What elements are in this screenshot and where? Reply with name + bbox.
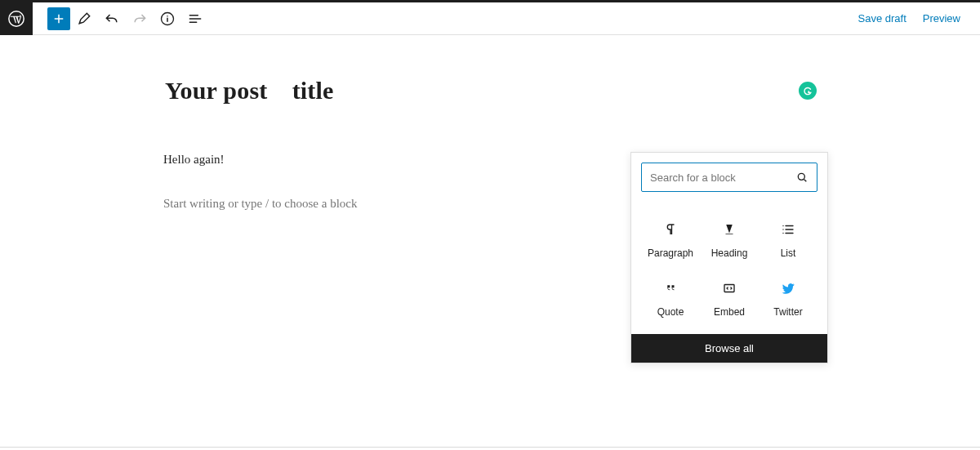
undo-button[interactable] (98, 2, 126, 35)
svg-rect-3 (724, 285, 734, 292)
svg-point-0 (9, 11, 24, 25)
grammarly-icon (802, 85, 813, 96)
list-icon (777, 218, 800, 241)
twitter-icon (777, 277, 800, 300)
editor-canvas: Your post title Hello again! Start writi… (0, 35, 980, 448)
browse-all-button[interactable]: Browse all (631, 334, 827, 363)
block-item-embed[interactable]: Embed (700, 277, 759, 318)
redo-icon (131, 11, 148, 27)
search-input[interactable] (650, 172, 795, 184)
block-item-list[interactable]: List (759, 218, 817, 259)
grammarly-badge[interactable] (799, 82, 817, 100)
info-icon (159, 11, 176, 27)
inserter-search (631, 153, 827, 202)
block-item-label: Twitter (773, 306, 802, 318)
pencil-icon (76, 11, 92, 27)
preview-button[interactable]: Preview (915, 4, 969, 33)
block-item-label: Embed (714, 306, 745, 318)
svg-point-2 (798, 173, 804, 180)
redo-button (126, 2, 154, 35)
block-item-label: Paragraph (648, 247, 693, 259)
search-icon (795, 171, 808, 184)
block-item-paragraph[interactable]: Paragraph (641, 218, 700, 259)
post-editor: Your post title Hello again! Start writi… (163, 35, 817, 212)
block-item-heading[interactable]: Heading (700, 218, 759, 259)
block-item-twitter[interactable]: Twitter (759, 277, 817, 318)
outline-button[interactable] (181, 2, 209, 35)
block-inserter-toggle[interactable] (47, 7, 70, 30)
block-inserter-popover: Paragraph Heading List (630, 152, 828, 363)
inserter-grid: Paragraph Heading List (631, 202, 827, 334)
edit-tool-button[interactable] (70, 2, 98, 35)
block-item-label: Heading (711, 247, 748, 259)
block-item-label: Quote (657, 306, 684, 318)
toolbar-left (0, 2, 209, 35)
paragraph-icon (659, 218, 682, 241)
details-button[interactable] (154, 2, 181, 35)
editor-toolbar: Save draft Preview (0, 2, 980, 35)
post-title[interactable]: Your post title (165, 76, 334, 105)
embed-icon (718, 277, 741, 300)
undo-icon (104, 11, 120, 27)
plus-icon (51, 11, 66, 26)
wordpress-logo[interactable] (0, 2, 33, 35)
block-item-quote[interactable]: Quote (641, 277, 700, 318)
title-row: Your post title (163, 76, 817, 105)
wordpress-icon (7, 10, 25, 28)
save-draft-button[interactable]: Save draft (849, 4, 914, 33)
block-item-label: List (781, 247, 796, 259)
list-view-icon (187, 11, 203, 27)
quote-icon (659, 277, 682, 300)
inserter-search-field[interactable] (641, 163, 817, 192)
heading-icon (718, 218, 741, 241)
admin-bar-accent: Save draft Preview (0, 0, 980, 35)
toolbar-right: Save draft Preview (849, 4, 980, 33)
